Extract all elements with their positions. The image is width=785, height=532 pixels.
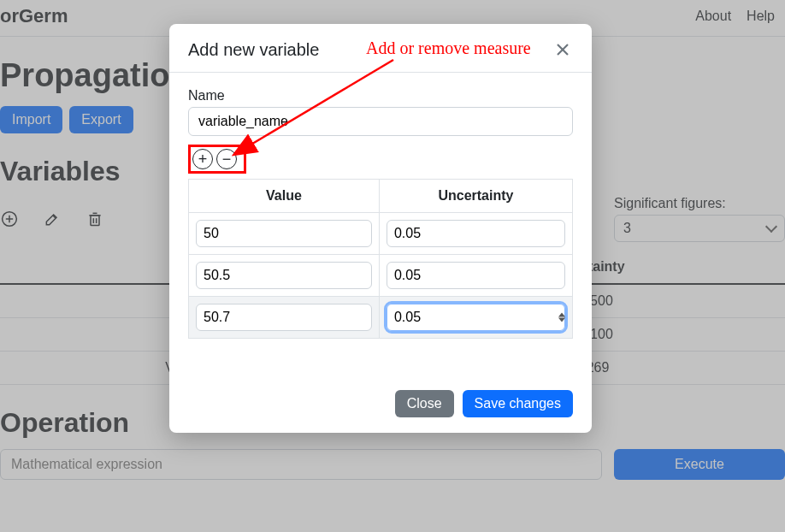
measure-row [189, 213, 573, 255]
col-value: Value [189, 180, 380, 213]
variable-name-input[interactable] [188, 107, 573, 136]
close-button[interactable]: Close [395, 390, 454, 417]
uncertainty-input[interactable] [387, 304, 565, 331]
uncertainty-input[interactable] [387, 262, 565, 289]
spinner-up-icon[interactable] [558, 313, 565, 317]
measures-table: Value Uncertainty [188, 179, 573, 339]
value-input[interactable] [196, 304, 372, 331]
annotation-highlight: + − [188, 145, 246, 174]
uncertainty-input[interactable] [387, 220, 565, 247]
name-label: Name [188, 88, 573, 103]
remove-measure-button[interactable]: − [216, 149, 237, 169]
annotation-text: Add or remove measure [366, 38, 531, 58]
col-uncertainty: Uncertainty [379, 180, 572, 213]
save-button[interactable]: Save changes [463, 390, 573, 417]
add-variable-modal: Add new variable Name + − Value Uncertai… [169, 24, 592, 433]
add-remove-row: + − [188, 145, 573, 174]
close-icon[interactable] [552, 39, 573, 60]
modal-footer: Close Save changes [169, 347, 592, 433]
number-spinner [558, 313, 565, 322]
value-input[interactable] [196, 220, 372, 247]
measure-row [189, 255, 573, 297]
modal-body: Name + − Value Uncertainty [169, 72, 592, 347]
value-input[interactable] [196, 262, 372, 289]
add-measure-button[interactable]: + [192, 149, 213, 169]
spinner-down-icon[interactable] [558, 318, 565, 322]
measure-row [189, 297, 573, 339]
modal-title: Add new variable [188, 40, 319, 60]
